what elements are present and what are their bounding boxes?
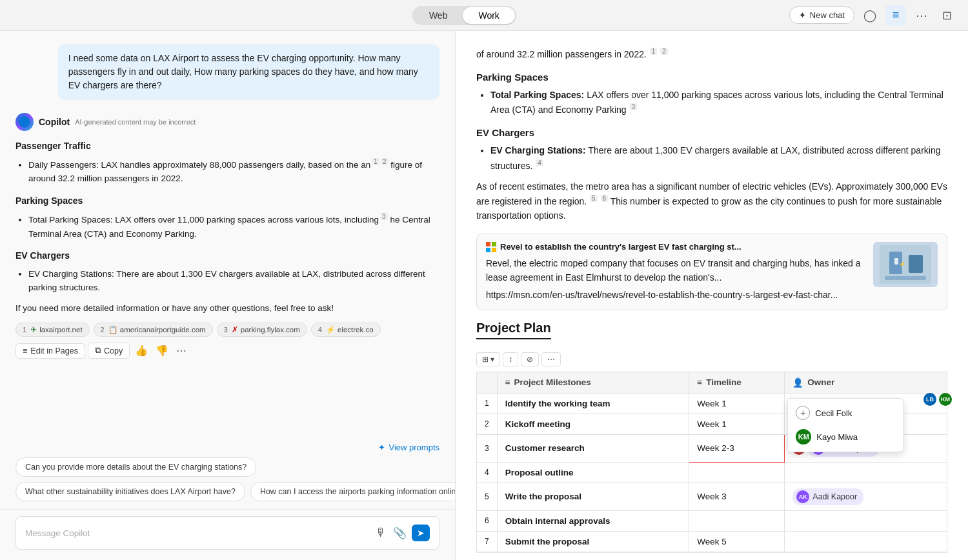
nav-tab-group: Web Work — [412, 6, 516, 25]
doc-ev-heading: EV Chargers — [476, 127, 947, 138]
dropdown-item-add[interactable]: + Cecil Folk — [788, 401, 903, 425]
copilot-disclaimer: AI-generated content may be incorrect — [75, 118, 196, 126]
prompt-row-1: Can you provide more details about the E… — [15, 457, 439, 477]
bookmark-icon-btn[interactable]: ◯ — [860, 5, 880, 26]
news-card-content: Revel to establish the country's largest… — [486, 242, 865, 302]
new-row-button[interactable]: + New — [476, 552, 947, 560]
row-num-2: 2 — [477, 414, 498, 434]
news-card-desc: Revel, the electric moped company that f… — [486, 256, 865, 285]
milestone-1: Identify the working team — [497, 393, 689, 414]
owner-4 — [785, 462, 947, 483]
thumbs-down-button[interactable]: 👎 — [153, 342, 171, 359]
sort-button[interactable]: ↕ — [503, 352, 518, 366]
owner-badges: LB KM — [923, 393, 952, 406]
source-2-icon: 📋 — [108, 325, 117, 334]
source-3-label: parking.flylax.com — [241, 326, 300, 334]
edit-in-pages-button[interactable]: ≡ Edit in Pages — [15, 343, 85, 359]
table-more-icon: ⋯ — [547, 355, 555, 364]
suggested-prompts: Can you provide more details about the E… — [0, 457, 455, 509]
prompt-row-2: What other sustainability initiatives do… — [15, 482, 439, 501]
message-input-box[interactable]: Message Copilot 🎙 📎 ➤ — [15, 516, 439, 550]
copilot-header: Copilot AI-generated content may be inco… — [15, 113, 439, 131]
km-avatar-badge: KM — [939, 393, 952, 406]
passenger-heading: Passenger Traffic — [15, 139, 439, 153]
row-num-5: 5 — [477, 483, 498, 510]
table-row: 7 Submit the proposal Week 5 — [477, 531, 947, 552]
filter-icon: ⊘ — [527, 355, 533, 364]
svg-rect-7 — [909, 255, 923, 273]
notebook-icon-btn[interactable]: ≡ — [885, 5, 906, 26]
dropdown-item-2-label: Kayo Miwa — [816, 432, 858, 442]
mic-button[interactable]: 🎙 — [374, 525, 388, 541]
grid-view-button[interactable]: ⊞ ▾ — [476, 352, 500, 366]
dropdown-item-kayo[interactable]: KM Kayo Miwa — [788, 425, 903, 449]
svg-rect-9 — [894, 258, 898, 265]
timeline-3: Week 2-3 — [689, 434, 785, 462]
source-1-icon: ✈ — [30, 325, 37, 334]
collapse-icon-btn[interactable]: ⊡ — [937, 5, 958, 26]
source-link-1[interactable]: 1 ✈ laxairport.net — [15, 323, 90, 337]
attach-icon: 📎 — [393, 527, 407, 539]
suggested-prompt-3[interactable]: How can I access the airports parking in… — [250, 482, 456, 501]
parking-heading: Parking Spaces — [15, 194, 439, 208]
more-options-icon-btn[interactable]: ⋯ — [911, 5, 932, 26]
new-chat-button[interactable]: ✦ New chat — [789, 6, 854, 24]
owner-1[interactable]: + Cecil Folk KM Kayo Miwa — [785, 393, 947, 414]
milestone-4: Proposal outline — [497, 462, 689, 483]
tab-work[interactable]: Work — [463, 7, 514, 24]
filter-button[interactable]: ⊘ — [521, 352, 539, 366]
thumbs-up-icon: 👍 — [135, 345, 148, 356]
message-input-placeholder: Message Copilot — [25, 528, 374, 538]
grid-icon: ⊞ — [482, 355, 489, 364]
copy-label: Copy — [104, 346, 123, 355]
notebook-icon: ≡ — [892, 8, 900, 22]
doc-ev-bullet: EV Charging Stations: There are about 1,… — [490, 143, 947, 172]
milestone-7: Submit the proposal — [497, 531, 689, 552]
more-options-icon: ⋯ — [916, 8, 927, 23]
svg-point-0 — [19, 116, 30, 128]
top-navigation: Web Work ✦ New chat ◯ ≡ ⋯ ⊡ — [0, 0, 968, 31]
table-header-row: ≡ Project Milestones ≡ Timeline — [477, 372, 947, 393]
svg-rect-3 — [486, 248, 490, 252]
table-row: 4 Proposal outline — [477, 462, 947, 483]
copilot-logo — [15, 113, 34, 131]
source-link-4[interactable]: 4 ⚡ electrek.co — [311, 323, 381, 337]
owner-7 — [785, 531, 947, 552]
send-button[interactable]: ➤ — [412, 525, 430, 541]
view-prompts-label: View prompts — [388, 443, 439, 452]
doc-panel: of around 32.2 million passengers in 202… — [456, 31, 968, 560]
news-card[interactable]: Revel to establish the country's largest… — [476, 234, 947, 310]
milestone-2: Kickoff meeting — [497, 414, 689, 434]
source-link-3[interactable]: 3 ✗ parking.flylax.com — [217, 323, 307, 337]
milestones-header: ≡ Project Milestones — [497, 372, 689, 393]
row-num-header — [477, 372, 498, 393]
table-more-button[interactable]: ⋯ — [541, 352, 561, 366]
view-prompts-button[interactable]: ✦ View prompts — [0, 440, 455, 457]
owner-6 — [785, 510, 947, 531]
table-row: 6 Obtain internal approvals — [477, 510, 947, 531]
svg-rect-4 — [492, 248, 496, 252]
timeline-header-icon: ≡ — [697, 377, 702, 387]
timeline-header: ≡ Timeline — [689, 372, 785, 393]
copy-button[interactable]: ⧉ Copy — [88, 343, 130, 359]
table-toolbar: ⊞ ▾ ↕ ⊘ ⋯ — [476, 352, 947, 366]
lb-avatar-badge: LB — [923, 393, 936, 406]
bookmark-icon: ◯ — [863, 8, 876, 23]
timeline-7: Week 5 — [689, 531, 785, 552]
suggested-prompt-2[interactable]: What other sustainability initiatives do… — [15, 482, 245, 501]
row-num-3: 3 — [477, 434, 498, 462]
attach-button[interactable]: 📎 — [392, 525, 408, 541]
tab-web[interactable]: Web — [414, 7, 463, 24]
timeline-5: Week 3 — [689, 483, 785, 510]
thumbs-up-button[interactable]: 👍 — [132, 342, 150, 359]
suggested-prompt-1[interactable]: Can you provide more details about the E… — [15, 457, 256, 477]
more-response-options-button[interactable]: ⋯ — [174, 342, 189, 359]
user-message-text: I need some data on LAX Airport to asses… — [68, 53, 418, 90]
ev-text: EV Charging Stations: There are about 1,… — [28, 267, 439, 295]
source-link-2[interactable]: 2 📋 americanairportguide.com — [94, 323, 213, 337]
passenger-text: Daily Passengers: LAX handles approximat… — [28, 157, 439, 186]
send-icon: ➤ — [417, 528, 425, 538]
aadi-name-5: Aadi Kapoor — [812, 492, 857, 501]
response-body: Passenger Traffic Daily Passengers: LAX … — [15, 139, 439, 315]
aadi-chip-5: AK Aadi Kapoor — [792, 488, 863, 505]
